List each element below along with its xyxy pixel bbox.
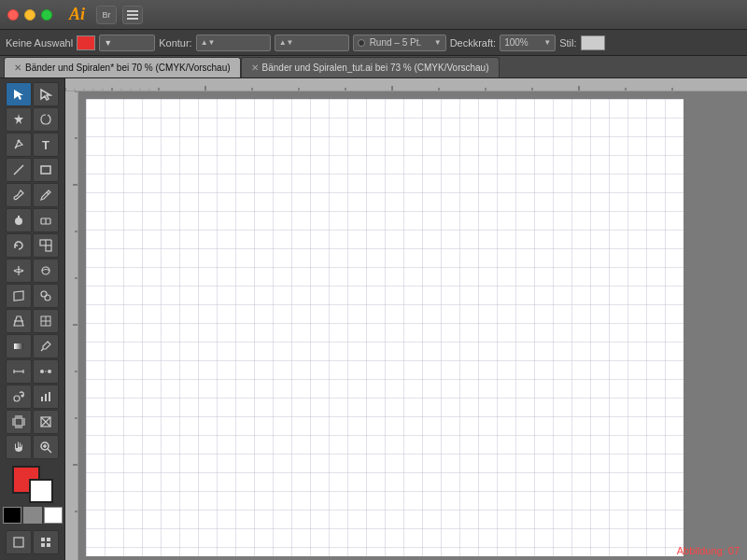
mesh-tool[interactable]	[33, 309, 59, 333]
svg-rect-74	[65, 91, 78, 560]
toolbar-bottom	[2, 530, 63, 554]
minimize-button[interactable]	[24, 9, 35, 21]
view-toggle[interactable]	[33, 530, 59, 554]
artboard-tool[interactable]	[6, 410, 32, 434]
kontur-select[interactable]: ▲▼	[196, 35, 271, 51]
width-tool[interactable]	[6, 259, 32, 283]
fullscreen-button[interactable]	[41, 9, 52, 21]
color-pair	[12, 466, 53, 503]
fill-color-box[interactable]	[77, 35, 95, 50]
opacity-select[interactable]: 100% ▼	[500, 35, 556, 51]
rotate-tool[interactable]	[6, 233, 32, 258]
tab-2-label: Bänder und Spiralen_tut.ai bei 73 % (CMY…	[262, 63, 489, 73]
close-button[interactable]	[7, 9, 19, 21]
eraser-tool[interactable]	[33, 208, 59, 232]
tool-row-15	[2, 435, 63, 459]
tool-row-6	[2, 208, 63, 232]
scale-tool[interactable]	[33, 233, 59, 258]
direct-selection-tool[interactable]	[33, 82, 59, 106]
perspective-tool[interactable]	[6, 309, 32, 333]
svg-rect-11	[40, 240, 46, 245]
svg-rect-8	[18, 216, 20, 219]
svg-rect-1	[127, 14, 138, 16]
figure-caption: Abbildung: 07	[677, 545, 740, 556]
tool-row-1	[2, 82, 63, 106]
lasso-tool[interactable]	[33, 107, 59, 132]
bridge-icon[interactable]: Br	[96, 6, 117, 24]
magic-wand-tool[interactable]	[6, 107, 32, 132]
titlebar: Ai Br	[0, 0, 747, 30]
kontur-label: Kontur:	[159, 37, 191, 49]
svg-rect-12	[46, 245, 51, 251]
tool-row-9	[2, 284, 63, 308]
svg-point-30	[45, 371, 47, 372]
warp-tool[interactable]	[33, 259, 59, 283]
tool-row-3: T	[2, 133, 63, 157]
svg-rect-33	[41, 397, 43, 401]
toolbar: T	[0, 78, 65, 560]
svg-rect-36	[15, 418, 22, 426]
blob-brush-tool[interactable]	[6, 208, 32, 232]
svg-line-43	[48, 449, 51, 453]
canvas-area: // Inline script won't run here, done in…	[65, 78, 747, 560]
opacity-label: Deckkraft:	[450, 37, 497, 49]
tab-1-close[interactable]: ✕	[14, 63, 21, 73]
tool-row-11	[2, 334, 63, 358]
none-color-swatch[interactable]	[44, 507, 63, 524]
tool-row-5	[2, 183, 63, 207]
svg-point-32	[21, 395, 23, 397]
line-tool[interactable]	[6, 158, 32, 182]
svg-line-4	[14, 165, 23, 175]
stroke-style-select[interactable]: ▲▼	[275, 35, 349, 51]
slice-tool[interactable]	[33, 410, 59, 434]
svg-rect-50	[47, 543, 50, 547]
zoom-tool[interactable]	[33, 435, 59, 459]
tool-row-2	[2, 107, 63, 132]
svg-rect-49	[41, 543, 45, 547]
svg-line-24	[41, 349, 43, 351]
svg-point-31	[14, 396, 20, 401]
column-graph-tool[interactable]	[33, 385, 59, 409]
ruler-left	[65, 91, 78, 560]
stroke-dot-icon	[358, 39, 365, 47]
grid-overlay	[86, 99, 684, 556]
fill-select[interactable]: ▼	[99, 35, 155, 51]
tab-1[interactable]: ✕ Bänder und Spiralen* bei 70 % (CMYK/Vo…	[4, 57, 241, 77]
svg-rect-2	[127, 18, 138, 20]
free-transform-tool[interactable]	[6, 284, 32, 308]
measure-tool[interactable]	[6, 359, 32, 384]
tab-2[interactable]: ✕ Bänder und Spiralen_tut.ai bei 73 % (C…	[241, 57, 500, 77]
svg-point-28	[40, 370, 44, 373]
tool-row-12	[2, 359, 63, 384]
stil-color-box[interactable]	[581, 35, 605, 50]
svg-point-3	[18, 140, 21, 143]
workspace-icon[interactable]	[122, 6, 143, 24]
canvas-content[interactable]	[78, 91, 747, 560]
type-tool[interactable]: T	[33, 133, 59, 157]
tool-row-10	[2, 309, 63, 333]
rect-tool[interactable]	[33, 158, 59, 182]
selection-tool[interactable]	[6, 82, 32, 106]
hand-tool[interactable]	[6, 435, 32, 459]
tab-2-close[interactable]: ✕	[251, 63, 259, 73]
shape-builder-tool[interactable]	[33, 284, 59, 308]
pen-tool[interactable]	[6, 133, 32, 157]
black-color-swatch[interactable]	[3, 507, 21, 524]
eyedropper-tool[interactable]	[33, 334, 59, 358]
tab-bar: ✕ Bänder und Spiralen* bei 70 % (CMYK/Vo…	[0, 56, 747, 78]
change-screen-mode[interactable]	[6, 530, 32, 554]
tool-row-4	[2, 158, 63, 182]
tab-1-label: Bänder und Spiralen* bei 70 % (CMYK/Vors…	[25, 63, 231, 73]
stroke-type-select[interactable]: Rund – 5 Pt. ▼	[353, 35, 446, 51]
blend-tool[interactable]	[33, 359, 59, 384]
svg-rect-47	[41, 538, 45, 541]
color-mode-row	[3, 507, 63, 524]
pencil-tool[interactable]	[33, 183, 59, 207]
gradient-tool[interactable]	[6, 334, 32, 358]
canvas-paper	[86, 99, 684, 556]
symbol-sprayer-tool[interactable]	[6, 385, 32, 409]
svg-rect-23	[14, 343, 23, 349]
paintbrush-tool[interactable]	[6, 183, 32, 207]
background-color[interactable]	[29, 479, 53, 503]
gray-color-swatch[interactable]	[23, 507, 42, 524]
